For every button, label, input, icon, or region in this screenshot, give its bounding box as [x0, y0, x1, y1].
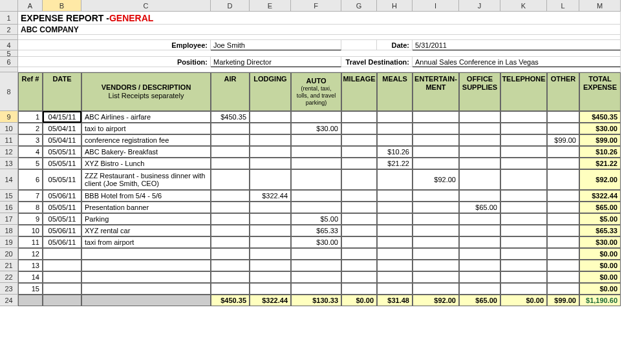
col-header-D[interactable]: D: [211, 0, 250, 12]
cell-row5-office[interactable]: [459, 158, 500, 169]
cell-row9-air[interactable]: [211, 213, 250, 225]
cell-row11-lodging[interactable]: [250, 236, 291, 248]
cell-row10-ent[interactable]: [413, 225, 459, 236]
spreadsheet[interactable]: ABCDEFGHIJKLM124568910111213141516171819…: [0, 0, 644, 306]
cell-row9-office[interactable]: [459, 213, 500, 225]
cell-row9-desc[interactable]: Parking: [81, 213, 211, 225]
cell-row3-ent[interactable]: [413, 134, 459, 146]
cell-row8-mileage[interactable]: [341, 202, 377, 213]
cell-row13-office[interactable]: [459, 260, 500, 271]
cell-row7-other[interactable]: [547, 190, 579, 202]
cell-row13-ref[interactable]: 13: [18, 260, 43, 271]
cell-row9-mileage[interactable]: [341, 213, 377, 225]
cell-row5-air[interactable]: [211, 158, 250, 169]
cell-row9-ref[interactable]: 9: [18, 213, 43, 225]
cell-row11-ent[interactable]: [413, 236, 459, 248]
cell-row11-tel[interactable]: [500, 236, 547, 248]
cell-row15-ent[interactable]: [413, 283, 459, 295]
cell-row4-ref[interactable]: 4: [18, 146, 43, 158]
cell-row4-auto[interactable]: [291, 146, 341, 158]
cell-row3-tel[interactable]: [500, 134, 547, 146]
cell-row11-desc[interactable]: taxi from airport: [81, 236, 211, 248]
cell-row12-auto[interactable]: [291, 248, 341, 260]
col-header-C[interactable]: C: [81, 0, 211, 12]
cell-row15-lodging[interactable]: [250, 283, 291, 295]
row-header-16[interactable]: 16: [0, 202, 18, 213]
cell-row8-meals[interactable]: [377, 202, 413, 213]
cell-row13-mileage[interactable]: [341, 260, 377, 271]
cell-row4-ent[interactable]: [413, 146, 459, 158]
cell-row12-date[interactable]: [43, 248, 81, 260]
cell-row11-mileage[interactable]: [341, 236, 377, 248]
cell-row5-auto[interactable]: [291, 158, 341, 169]
cell-row13-desc[interactable]: [81, 260, 211, 271]
row-header-6[interactable]: 6: [0, 57, 18, 67]
cell-row10-date[interactable]: 05/06/11: [43, 225, 81, 236]
col-header-G[interactable]: G: [341, 0, 377, 12]
cell-row3-desc[interactable]: conference registration fee: [81, 134, 211, 146]
cell-row11-date[interactable]: 05/06/11: [43, 236, 81, 248]
row-header-2[interactable]: 2: [0, 25, 18, 35]
cell-row7-auto[interactable]: [291, 190, 341, 202]
row-header-15[interactable]: 15: [0, 190, 18, 202]
cell-row15-office[interactable]: [459, 283, 500, 295]
cell-row1-meals[interactable]: [377, 111, 413, 123]
cell-row2-date[interactable]: 05/04/11: [43, 123, 81, 134]
cell-row8-tel[interactable]: [500, 202, 547, 213]
cell-row10-lodging[interactable]: [250, 225, 291, 236]
cell-row15-tel[interactable]: [500, 283, 547, 295]
cell-row14-ent[interactable]: [413, 271, 459, 283]
cell-row15-mileage[interactable]: [341, 283, 377, 295]
cell-row1-ent[interactable]: [413, 111, 459, 123]
cell-row14-desc[interactable]: [81, 271, 211, 283]
cell-row9-tel[interactable]: [500, 213, 547, 225]
cell-row13-ent[interactable]: [413, 260, 459, 271]
cell-row4-office[interactable]: [459, 146, 500, 158]
cell-row10-air[interactable]: [211, 225, 250, 236]
cell-row3-date[interactable]: 05/04/11: [43, 134, 81, 146]
cell-row12-lodging[interactable]: [250, 248, 291, 260]
cell-row4-other[interactable]: [547, 146, 579, 158]
cell-row4-air[interactable]: [211, 146, 250, 158]
cell-row14-tel[interactable]: [500, 271, 547, 283]
cell-row4-lodging[interactable]: [250, 146, 291, 158]
cell-row2-ref[interactable]: 2: [18, 123, 43, 134]
cell-row6-auto[interactable]: [291, 169, 341, 190]
cell-row10-auto[interactable]: $65.33: [291, 225, 341, 236]
col-header-I[interactable]: I: [413, 0, 459, 12]
row-header-blank2[interactable]: [0, 35, 18, 40]
cell-row12-office[interactable]: [459, 248, 500, 260]
col-header-E[interactable]: E: [250, 0, 291, 12]
cell-row5-lodging[interactable]: [250, 158, 291, 169]
cell-row14-mileage[interactable]: [341, 271, 377, 283]
cell-row10-meals[interactable]: [377, 225, 413, 236]
cell-row13-date[interactable]: [43, 260, 81, 271]
cell-row8-air[interactable]: [211, 202, 250, 213]
row-header-13[interactable]: 13: [0, 158, 18, 169]
cell-row1-date[interactable]: 04/15/11: [43, 111, 81, 123]
cell-row6-ref[interactable]: 6: [18, 169, 43, 190]
cell-row3-auto[interactable]: [291, 134, 341, 146]
cell-row7-meals[interactable]: [377, 190, 413, 202]
cell-row2-lodging[interactable]: [250, 123, 291, 134]
cell-row14-other[interactable]: [547, 271, 579, 283]
col-header-K[interactable]: K: [500, 0, 547, 12]
cell-row3-air[interactable]: [211, 134, 250, 146]
cell-row8-ent[interactable]: [413, 202, 459, 213]
row-header-17[interactable]: 17: [0, 213, 18, 225]
col-header-L[interactable]: L: [547, 0, 579, 12]
date-value[interactable]: 5/31/2011: [413, 40, 621, 50]
cell-row9-other[interactable]: [547, 213, 579, 225]
cell-row11-meals[interactable]: [377, 236, 413, 248]
cell-row10-desc[interactable]: XYZ rental car: [81, 225, 211, 236]
cell-row15-ref[interactable]: 15: [18, 283, 43, 295]
cell-row13-auto[interactable]: [291, 260, 341, 271]
cell-row9-meals[interactable]: [377, 213, 413, 225]
cell-row11-office[interactable]: [459, 236, 500, 248]
cell-row15-auto[interactable]: [291, 283, 341, 295]
row-header-21[interactable]: 21: [0, 260, 18, 271]
row-header-24[interactable]: 24: [0, 295, 18, 306]
row-header-14[interactable]: 14: [0, 169, 18, 190]
cell-row14-air[interactable]: [211, 271, 250, 283]
cell-row7-ent[interactable]: [413, 190, 459, 202]
